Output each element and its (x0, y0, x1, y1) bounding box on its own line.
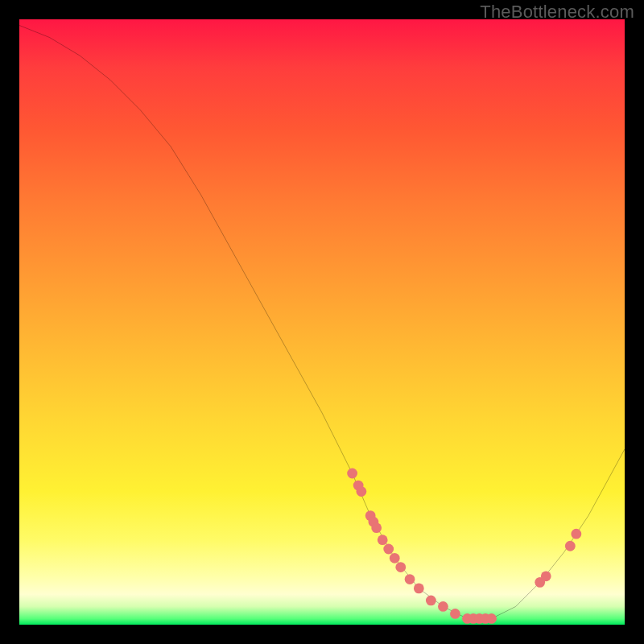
sample-point (371, 522, 382, 533)
sample-point (565, 541, 576, 551)
sample-point (450, 609, 460, 619)
sample-points-group (347, 469, 581, 624)
sample-point (438, 601, 448, 612)
sample-point (405, 574, 415, 584)
sample-point (347, 469, 357, 479)
sample-point (390, 553, 400, 564)
sample-point (426, 596, 436, 606)
sample-point (395, 562, 406, 572)
sample-point (414, 583, 424, 593)
chart-frame: TheBottleneck.com (0, 0, 644, 644)
sample-point (571, 529, 581, 539)
sample-point (356, 486, 366, 497)
bottleneck-curve-path (19, 26, 625, 619)
sample-point (486, 613, 497, 624)
plot-area (19, 19, 625, 625)
sample-point (383, 544, 394, 555)
sample-point (378, 535, 388, 545)
bottleneck-curve-svg (19, 19, 625, 625)
sample-point (541, 571, 551, 581)
